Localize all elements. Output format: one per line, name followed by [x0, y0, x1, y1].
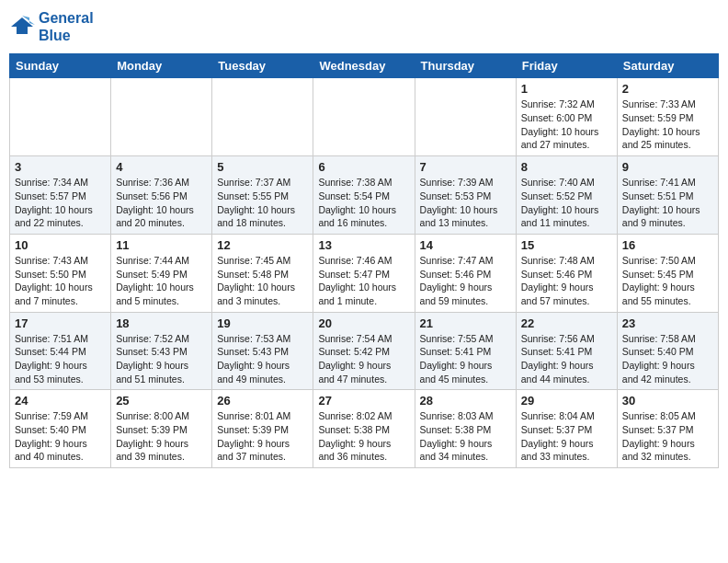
- day-number: 10: [15, 238, 106, 252]
- calendar-cell: 27Sunrise: 8:02 AM Sunset: 5:38 PM Dayli…: [313, 390, 415, 468]
- calendar-table: SundayMondayTuesdayWednesdayThursdayFrid…: [9, 53, 719, 468]
- day-number: 13: [318, 238, 409, 252]
- day-info: Sunrise: 7:47 AM Sunset: 5:46 PM Dayligh…: [420, 254, 511, 308]
- weekday-header-monday: Monday: [111, 54, 212, 78]
- calendar-cell: 18Sunrise: 7:52 AM Sunset: 5:43 PM Dayli…: [111, 312, 212, 390]
- page-header: General Blue: [9, 9, 719, 44]
- calendar-cell: 17Sunrise: 7:51 AM Sunset: 5:44 PM Dayli…: [10, 312, 111, 390]
- calendar-cell: 4Sunrise: 7:36 AM Sunset: 5:56 PM Daylig…: [111, 156, 212, 235]
- calendar-cell: 30Sunrise: 8:05 AM Sunset: 5:37 PM Dayli…: [617, 390, 718, 468]
- day-info: Sunrise: 7:59 AM Sunset: 5:40 PM Dayligh…: [15, 409, 106, 464]
- calendar-cell: 6Sunrise: 7:38 AM Sunset: 5:54 PM Daylig…: [313, 156, 415, 235]
- day-number: 7: [420, 160, 511, 174]
- svg-marker-0: [11, 17, 33, 34]
- calendar-cell: [10, 78, 111, 156]
- day-info: Sunrise: 8:03 AM Sunset: 5:38 PM Dayligh…: [420, 409, 511, 464]
- day-info: Sunrise: 7:58 AM Sunset: 5:40 PM Dayligh…: [622, 332, 713, 386]
- day-info: Sunrise: 8:00 AM Sunset: 5:39 PM Dayligh…: [116, 409, 207, 464]
- day-number: 26: [217, 394, 308, 408]
- day-number: 17: [15, 316, 106, 330]
- calendar-cell: 29Sunrise: 8:04 AM Sunset: 5:37 PM Dayli…: [516, 390, 617, 468]
- day-number: 21: [420, 316, 511, 330]
- logo-text: General Blue: [39, 9, 94, 44]
- calendar-cell: 28Sunrise: 8:03 AM Sunset: 5:38 PM Dayli…: [415, 390, 516, 468]
- day-info: Sunrise: 7:36 AM Sunset: 5:56 PM Dayligh…: [116, 176, 207, 230]
- calendar-cell: 9Sunrise: 7:41 AM Sunset: 5:51 PM Daylig…: [617, 156, 718, 235]
- calendar-cell: 12Sunrise: 7:45 AM Sunset: 5:48 PM Dayli…: [212, 234, 313, 312]
- day-info: Sunrise: 7:44 AM Sunset: 5:49 PM Dayligh…: [116, 254, 207, 308]
- day-number: 12: [217, 238, 308, 252]
- day-number: 4: [116, 160, 207, 174]
- day-number: 3: [15, 160, 106, 174]
- day-info: Sunrise: 7:39 AM Sunset: 5:53 PM Dayligh…: [420, 176, 511, 230]
- day-number: 22: [521, 316, 612, 330]
- calendar-cell: [212, 78, 313, 156]
- calendar-cell: 24Sunrise: 7:59 AM Sunset: 5:40 PM Dayli…: [10, 390, 111, 468]
- weekday-header-sunday: Sunday: [10, 54, 111, 78]
- day-number: 6: [318, 160, 409, 174]
- calendar-week-3: 17Sunrise: 7:51 AM Sunset: 5:44 PM Dayli…: [10, 312, 719, 390]
- calendar-cell: 10Sunrise: 7:43 AM Sunset: 5:50 PM Dayli…: [10, 234, 111, 312]
- calendar-cell: [111, 78, 212, 156]
- day-number: 1: [521, 82, 612, 96]
- day-number: 18: [116, 316, 207, 330]
- day-number: 30: [622, 394, 713, 408]
- day-info: Sunrise: 8:01 AM Sunset: 5:39 PM Dayligh…: [217, 409, 308, 464]
- day-info: Sunrise: 7:43 AM Sunset: 5:50 PM Dayligh…: [15, 254, 106, 308]
- calendar-cell: 20Sunrise: 7:54 AM Sunset: 5:42 PM Dayli…: [313, 312, 415, 390]
- calendar-cell: 7Sunrise: 7:39 AM Sunset: 5:53 PM Daylig…: [415, 156, 516, 235]
- calendar-header-row: SundayMondayTuesdayWednesdayThursdayFrid…: [10, 54, 719, 78]
- calendar-cell: 11Sunrise: 7:44 AM Sunset: 5:49 PM Dayli…: [111, 234, 212, 312]
- calendar-week-2: 10Sunrise: 7:43 AM Sunset: 5:50 PM Dayli…: [10, 234, 719, 312]
- day-info: Sunrise: 8:02 AM Sunset: 5:38 PM Dayligh…: [318, 409, 409, 464]
- calendar-cell: 5Sunrise: 7:37 AM Sunset: 5:55 PM Daylig…: [212, 156, 313, 235]
- weekday-header-thursday: Thursday: [415, 54, 516, 78]
- day-info: Sunrise: 7:50 AM Sunset: 5:45 PM Dayligh…: [622, 254, 713, 308]
- calendar-cell: 14Sunrise: 7:47 AM Sunset: 5:46 PM Dayli…: [415, 234, 516, 312]
- day-number: 28: [420, 394, 511, 408]
- calendar-cell: 8Sunrise: 7:40 AM Sunset: 5:52 PM Daylig…: [516, 156, 617, 235]
- day-number: 14: [420, 238, 511, 252]
- day-number: 24: [15, 394, 106, 408]
- day-info: Sunrise: 8:04 AM Sunset: 5:37 PM Dayligh…: [521, 409, 612, 464]
- day-number: 23: [622, 316, 713, 330]
- weekday-header-friday: Friday: [516, 54, 617, 78]
- day-number: 19: [217, 316, 308, 330]
- calendar-cell: 19Sunrise: 7:53 AM Sunset: 5:43 PM Dayli…: [212, 312, 313, 390]
- weekday-header-tuesday: Tuesday: [212, 54, 313, 78]
- calendar-week-4: 24Sunrise: 7:59 AM Sunset: 5:40 PM Dayli…: [10, 390, 719, 468]
- day-info: Sunrise: 7:33 AM Sunset: 5:59 PM Dayligh…: [622, 98, 713, 152]
- calendar-body: 1Sunrise: 7:32 AM Sunset: 6:00 PM Daylig…: [10, 78, 719, 468]
- weekday-header-wednesday: Wednesday: [313, 54, 415, 78]
- day-number: 16: [622, 238, 713, 252]
- day-info: Sunrise: 7:45 AM Sunset: 5:48 PM Dayligh…: [217, 254, 308, 308]
- calendar-cell: 15Sunrise: 7:48 AM Sunset: 5:46 PM Dayli…: [516, 234, 617, 312]
- day-number: 29: [521, 394, 612, 408]
- day-info: Sunrise: 8:05 AM Sunset: 5:37 PM Dayligh…: [622, 409, 713, 464]
- day-info: Sunrise: 7:48 AM Sunset: 5:46 PM Dayligh…: [521, 254, 612, 308]
- day-number: 20: [318, 316, 409, 330]
- calendar-cell: 1Sunrise: 7:32 AM Sunset: 6:00 PM Daylig…: [516, 78, 617, 156]
- day-info: Sunrise: 7:51 AM Sunset: 5:44 PM Dayligh…: [15, 332, 106, 386]
- calendar-cell: 13Sunrise: 7:46 AM Sunset: 5:47 PM Dayli…: [313, 234, 415, 312]
- calendar-cell: [415, 78, 516, 156]
- day-info: Sunrise: 7:38 AM Sunset: 5:54 PM Dayligh…: [318, 176, 409, 230]
- day-info: Sunrise: 7:32 AM Sunset: 6:00 PM Dayligh…: [521, 98, 612, 152]
- day-info: Sunrise: 7:53 AM Sunset: 5:43 PM Dayligh…: [217, 332, 308, 386]
- day-info: Sunrise: 7:40 AM Sunset: 5:52 PM Dayligh…: [521, 176, 612, 230]
- calendar-cell: 2Sunrise: 7:33 AM Sunset: 5:59 PM Daylig…: [617, 78, 718, 156]
- day-number: 15: [521, 238, 612, 252]
- day-number: 9: [622, 160, 713, 174]
- day-info: Sunrise: 7:56 AM Sunset: 5:41 PM Dayligh…: [521, 332, 612, 386]
- weekday-header-saturday: Saturday: [617, 54, 718, 78]
- calendar-week-0: 1Sunrise: 7:32 AM Sunset: 6:00 PM Daylig…: [10, 78, 719, 156]
- day-info: Sunrise: 7:41 AM Sunset: 5:51 PM Dayligh…: [622, 176, 713, 230]
- day-number: 11: [116, 238, 207, 252]
- day-info: Sunrise: 7:54 AM Sunset: 5:42 PM Dayligh…: [318, 332, 409, 386]
- day-number: 5: [217, 160, 308, 174]
- calendar-week-1: 3Sunrise: 7:34 AM Sunset: 5:57 PM Daylig…: [10, 156, 719, 235]
- logo-icon: [9, 14, 35, 40]
- logo: General Blue: [9, 9, 94, 44]
- calendar-cell: 3Sunrise: 7:34 AM Sunset: 5:57 PM Daylig…: [10, 156, 111, 235]
- day-number: 27: [318, 394, 409, 408]
